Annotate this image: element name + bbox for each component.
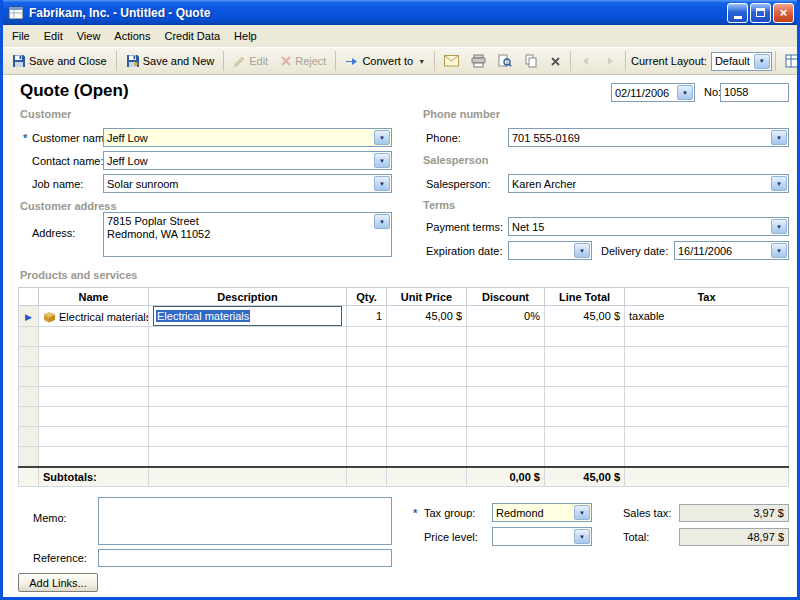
dropdown-arrow-icon[interactable]: ▼ (374, 214, 390, 229)
item-unit-price-cell[interactable]: 45,00 $ (387, 306, 467, 327)
row-selector-cell[interactable] (19, 367, 39, 387)
print-preview-button[interactable] (492, 50, 518, 72)
description-edit-box[interactable]: Electrical materials (153, 306, 342, 326)
delivery-date-select[interactable]: 16/11/2006 ▼ (674, 241, 789, 260)
grid-cell[interactable] (387, 427, 467, 447)
maximize-button[interactable] (750, 3, 771, 23)
grid-cell[interactable] (545, 347, 625, 367)
dropdown-arrow-icon[interactable]: ▼ (574, 529, 590, 544)
payment-terms-select[interactable]: Net 15 ▼ (508, 217, 789, 236)
save-and-new-button[interactable]: Save and New (120, 50, 221, 72)
item-tax-cell[interactable]: taxable (625, 306, 789, 327)
mail-button[interactable] (438, 51, 465, 71)
grid-cell[interactable] (387, 387, 467, 407)
grid-cell[interactable] (545, 327, 625, 347)
grid-cell[interactable] (347, 327, 387, 347)
item-description-cell[interactable]: Electrical materials (149, 306, 347, 327)
row-selector-cell[interactable] (19, 427, 39, 447)
dropdown-arrow-icon[interactable]: ▼ (677, 85, 693, 100)
grid-cell[interactable] (39, 367, 149, 387)
grid-cell[interactable] (545, 367, 625, 387)
grid-cell[interactable] (347, 447, 387, 467)
grid-cell[interactable] (347, 407, 387, 427)
dropdown-arrow-icon[interactable]: ▼ (374, 130, 390, 145)
expiration-date-select[interactable]: ▼ (508, 241, 592, 260)
grid-cell[interactable] (625, 427, 789, 447)
minimize-button[interactable] (727, 3, 748, 23)
grid-cell[interactable] (467, 327, 545, 347)
grid-cell[interactable] (149, 427, 347, 447)
grid-cell[interactable] (39, 427, 149, 447)
grid-cell[interactable] (625, 367, 789, 387)
grid-cell[interactable] (545, 387, 625, 407)
dropdown-arrow-icon[interactable]: ▼ (754, 54, 770, 69)
document-date-select[interactable]: 02/11/2006 ▼ (611, 83, 695, 102)
modify-layout-button[interactable]: Modify Layout (779, 50, 800, 72)
grid-cell[interactable] (149, 367, 347, 387)
job-name-select[interactable]: Solar sunroom ▼ (103, 174, 392, 193)
item-line-total-cell[interactable]: 45,00 $ (545, 306, 625, 327)
item-qty-cell[interactable]: 1 (347, 306, 387, 327)
row-selector-cell[interactable] (19, 327, 39, 347)
current-layout-select[interactable]: Default ▼ (711, 52, 772, 71)
menu-item-actions[interactable]: Actions (107, 26, 157, 46)
dropdown-arrow-icon[interactable]: ▼ (771, 176, 787, 191)
save-and-close-button[interactable]: Save and Close (6, 50, 113, 72)
menu-item-credit-data[interactable]: Credit Data (157, 26, 227, 46)
row-selector-cell[interactable] (19, 387, 39, 407)
grid-cell[interactable] (467, 367, 545, 387)
grid-cell[interactable] (387, 347, 467, 367)
grid-cell[interactable] (149, 447, 347, 467)
grid-cell[interactable] (39, 387, 149, 407)
customer-name-select[interactable]: Jeff Low ▼ (103, 128, 392, 147)
grid-cell[interactable] (545, 447, 625, 467)
grid-cell[interactable] (347, 387, 387, 407)
grid-cell[interactable] (467, 407, 545, 427)
grid-cell[interactable] (467, 347, 545, 367)
grid-cell[interactable] (347, 427, 387, 447)
row-selector-cell[interactable]: ▶ (19, 306, 39, 327)
contact-name-select[interactable]: Jeff Low ▼ (103, 151, 392, 170)
grid-cell[interactable] (149, 407, 347, 427)
grid-cell[interactable] (467, 387, 545, 407)
add-links-button[interactable]: Add Links... (18, 573, 98, 592)
copy-button[interactable] (518, 50, 544, 72)
grid-cell[interactable] (39, 447, 149, 467)
grid-cell[interactable] (467, 427, 545, 447)
row-selector-cell[interactable] (19, 347, 39, 367)
phone-select[interactable]: 701 555-0169 ▼ (508, 128, 789, 147)
item-discount-cell[interactable]: 0% (467, 306, 545, 327)
memo-input[interactable] (98, 497, 392, 545)
menu-item-edit[interactable]: Edit (37, 26, 70, 46)
grid-cell[interactable] (625, 327, 789, 347)
salesperson-select[interactable]: Karen Archer ▼ (508, 174, 789, 193)
dropdown-arrow-icon[interactable]: ▼ (771, 130, 787, 145)
menu-item-help[interactable]: Help (227, 26, 264, 46)
grid-cell[interactable] (39, 407, 149, 427)
dropdown-arrow-icon[interactable]: ▼ (771, 219, 787, 234)
grid-cell[interactable] (387, 447, 467, 467)
menu-item-file[interactable]: File (5, 26, 37, 46)
reference-input[interactable] (98, 549, 392, 567)
grid-cell[interactable] (347, 347, 387, 367)
grid-cell[interactable] (625, 407, 789, 427)
grid-cell[interactable] (149, 347, 347, 367)
item-name-cell[interactable]: Electrical materials ... (39, 306, 149, 327)
grid-cell[interactable] (39, 327, 149, 347)
dropdown-arrow-icon[interactable]: ▼ (374, 153, 390, 168)
close-button[interactable]: × (773, 3, 794, 23)
grid-cell[interactable] (545, 427, 625, 447)
grid-cell[interactable] (149, 387, 347, 407)
tax-group-select[interactable]: Redmond ▼ (492, 503, 592, 522)
grid-cell[interactable] (545, 407, 625, 427)
grid-cell[interactable] (387, 327, 467, 347)
grid-cell[interactable] (467, 447, 545, 467)
convert-to-button[interactable]: Convert to ▼ (339, 50, 431, 72)
quote-number-field[interactable]: 1058 (720, 83, 789, 102)
dropdown-arrow-icon[interactable]: ▼ (771, 243, 787, 258)
delete-button[interactable] (544, 52, 567, 71)
menu-item-view[interactable]: View (70, 26, 108, 46)
dropdown-arrow-icon[interactable]: ▼ (574, 243, 590, 258)
row-selector-cell[interactable] (19, 447, 39, 467)
grid-cell[interactable] (625, 347, 789, 367)
